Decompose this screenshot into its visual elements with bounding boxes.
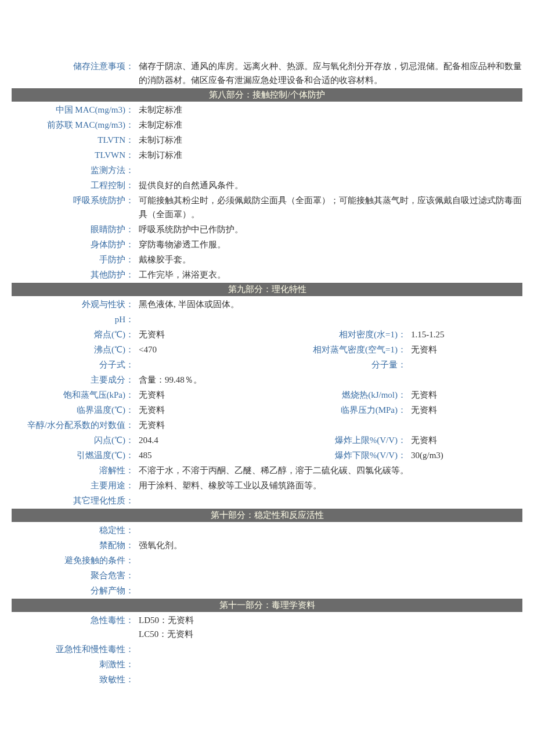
- label-autoig: 引燃温度(℃)：: [12, 448, 136, 462]
- label-logp: 辛醇/水分配系数的对数值：: [12, 418, 136, 432]
- section8-header: 第八部分：接触控制/个体防护: [12, 88, 522, 102]
- row-satvap: 饱和蒸气压(kPa)： 无资料 燃烧热(kJ/mol)： 无资料: [12, 388, 522, 402]
- row-storage: 储存注意事项： 储存于阴凉、通风的库房。远离火种、热源。应与氧化剂分开存放，切忌…: [12, 59, 522, 87]
- row-solub: 溶解性：不溶于水，不溶于丙酮、乙醚、稀乙醇，溶于二硫化碳、四氯化碳等。: [12, 463, 522, 477]
- label-ph: pH：: [12, 312, 136, 326]
- value-engctrl: 提供良好的自然通风条件。: [136, 178, 522, 192]
- row-avoid: 避免接触的条件：: [12, 553, 522, 567]
- label-satvap: 饱和蒸气压(kPa)：: [12, 388, 136, 402]
- label-use: 主要用途：: [12, 478, 136, 492]
- value-china-mac: 未制定标准: [136, 103, 522, 117]
- value-storage: 储存于阴凉、通风的库房。远离火种、热源。应与氧化剂分开存放，切忌混储。配备相应品…: [136, 59, 522, 87]
- value-incomp: 强氧化剂。: [136, 538, 522, 552]
- row-ph: pH：: [12, 312, 522, 326]
- label-crittemp: 临界温度(℃)：: [12, 403, 136, 417]
- row-china-mac: 中国 MAC(mg/m3)：未制定标准: [12, 103, 522, 117]
- label-china-mac: 中国 MAC(mg/m3)：: [12, 103, 136, 117]
- row-other-prot: 其他防护：工作完毕，淋浴更衣。: [12, 268, 522, 282]
- label-tlvtn: TLVTN：: [12, 133, 136, 147]
- label-mp: 熔点(℃)：: [12, 327, 136, 341]
- row-autoig: 引燃温度(℃)： 485 爆炸下限%(V/V)： 30(g/m3): [12, 448, 522, 462]
- section10-header: 第十部分：稳定性和反应活性: [12, 509, 522, 522]
- label-resp: 呼吸系统防护：: [12, 193, 136, 207]
- label-uel: 爆炸上限%(V/V)：: [272, 433, 409, 447]
- row-mp: 熔点(℃)： 无资料 相对密度(水=1)： 1.15-1.25: [12, 327, 522, 341]
- label-mw: 分子量：: [272, 358, 409, 372]
- row-appearance: 外观与性状：黑色液体, 半固体或固体。: [12, 297, 522, 311]
- label-decomp: 分解产物：: [12, 584, 136, 597]
- row-acute: 急性毒性：LD50：无资料 LC50：无资料: [12, 613, 522, 641]
- value-other-prot: 工作完毕，淋浴更衣。: [136, 268, 522, 282]
- value-use: 用于涂料、塑料、橡胶等工业以及铺筑路面等。: [136, 478, 522, 492]
- row-incomp: 禁配物：强氧化剂。: [12, 538, 522, 552]
- row-ussr-mac: 前苏联 MAC(mg/m3)：未制定标准: [12, 118, 522, 132]
- value-crittemp: 无资料: [136, 403, 272, 417]
- row-tlvtn: TLVTN：未制订标准: [12, 133, 522, 147]
- row-main: 主要成分：含量：99.48％。: [12, 373, 522, 387]
- label-avoid: 避免接触的条件：: [12, 553, 136, 567]
- value-acute: LD50：无资料 LC50：无资料: [136, 613, 522, 641]
- row-hand: 手防护：戴橡胶手套。: [12, 253, 522, 267]
- value-resp: 可能接触其粉尘时，必须佩戴防尘面具（全面罩）；可能接触其蒸气时，应该佩戴自吸过滤…: [136, 193, 522, 221]
- label-bp: 沸点(℃)：: [12, 343, 136, 357]
- label-ussr-mac: 前苏联 MAC(mg/m3)：: [12, 118, 136, 132]
- label-tlvwn: TLVWN：: [12, 148, 136, 162]
- value-main: 含量：99.48％。: [136, 373, 522, 387]
- value-lel: 30(g/m3): [409, 448, 522, 462]
- label-critpres: 临界压力(MPa)：: [272, 403, 409, 417]
- label-eye: 眼睛防护：: [12, 222, 136, 236]
- row-decomp: 分解产物：: [12, 584, 522, 597]
- row-irrit: 刺激性：: [12, 657, 522, 671]
- row-poly: 聚合危害：: [12, 568, 522, 582]
- value-mp: 无资料: [136, 327, 272, 341]
- value-ussr-mac: 未制定标准: [136, 118, 522, 132]
- row-otherpc: 其它理化性质：: [12, 494, 522, 507]
- value-bp: <470: [136, 343, 272, 357]
- label-acute: 急性毒性：: [12, 613, 136, 627]
- label-vapdens: 相对蒸气密度(空气=1)：: [272, 343, 409, 357]
- msds-page: 储存注意事项： 储存于阴凉、通风的库房。远离火种、热源。应与氧化剂分开存放，切忌…: [0, 0, 534, 756]
- row-use: 主要用途：用于涂料、塑料、橡胶等工业以及铺筑路面等。: [12, 478, 522, 492]
- value-critpres: 无资料: [409, 403, 522, 417]
- row-body: 身体防护：穿防毒物渗透工作服。: [12, 237, 522, 251]
- label-chronic: 亚急性和慢性毒性：: [12, 642, 136, 656]
- label-other-prot: 其他防护：: [12, 268, 136, 282]
- label-flash: 闪点(℃)：: [12, 433, 136, 447]
- value-satvap: 无资料: [136, 388, 272, 402]
- label-sens: 致敏性：: [12, 672, 136, 686]
- value-tlvtn: 未制订标准: [136, 133, 522, 147]
- row-resp: 呼吸系统防护：可能接触其粉尘时，必须佩戴防尘面具（全面罩）；可能接触其蒸气时，应…: [12, 193, 522, 221]
- value-uel: 无资料: [409, 433, 522, 447]
- label-irrit: 刺激性：: [12, 657, 136, 671]
- label-lel: 爆炸下限%(V/V)：: [272, 448, 409, 462]
- value-vapdens: 无资料: [409, 343, 522, 357]
- value-solub: 不溶于水，不溶于丙酮、乙醚、稀乙醇，溶于二硫化碳、四氯化碳等。: [136, 463, 522, 477]
- value-hand: 戴橡胶手套。: [136, 253, 522, 267]
- label-incomp: 禁配物：: [12, 538, 136, 552]
- value-combheat: 无资料: [409, 388, 522, 402]
- value-reldens: 1.15-1.25: [409, 327, 522, 341]
- value-logp: 无资料: [136, 418, 522, 432]
- label-poly: 聚合危害：: [12, 568, 136, 582]
- label-solub: 溶解性：: [12, 463, 136, 477]
- row-stab: 稳定性：: [12, 523, 522, 537]
- value-appearance: 黑色液体, 半固体或固体。: [136, 297, 522, 311]
- value-body: 穿防毒物渗透工作服。: [136, 237, 522, 251]
- row-sens: 致敏性：: [12, 672, 522, 686]
- label-hand: 手防护：: [12, 253, 136, 267]
- value-eye: 呼吸系统防护中已作防护。: [136, 222, 522, 236]
- label-reldens: 相对密度(水=1)：: [272, 327, 409, 341]
- label-main: 主要成分：: [12, 373, 136, 387]
- row-crittemp: 临界温度(℃)： 无资料 临界压力(MPa)： 无资料: [12, 403, 522, 417]
- label-body: 身体防护：: [12, 237, 136, 251]
- row-logp: 辛醇/水分配系数的对数值：无资料: [12, 418, 522, 432]
- section9-header: 第九部分：理化特性: [12, 283, 522, 296]
- label-engctrl: 工程控制：: [12, 178, 136, 192]
- section11-header: 第十一部分：毒理学资料: [12, 599, 522, 612]
- label-appearance: 外观与性状：: [12, 297, 136, 311]
- label-formula: 分子式：: [12, 358, 136, 372]
- row-engctrl: 工程控制：提供良好的自然通风条件。: [12, 178, 522, 192]
- label-otherpc: 其它理化性质：: [12, 494, 136, 507]
- row-flash: 闪点(℃)： 204.4 爆炸上限%(V/V)： 无资料: [12, 433, 522, 447]
- row-formula: 分子式： 分子量：: [12, 358, 522, 372]
